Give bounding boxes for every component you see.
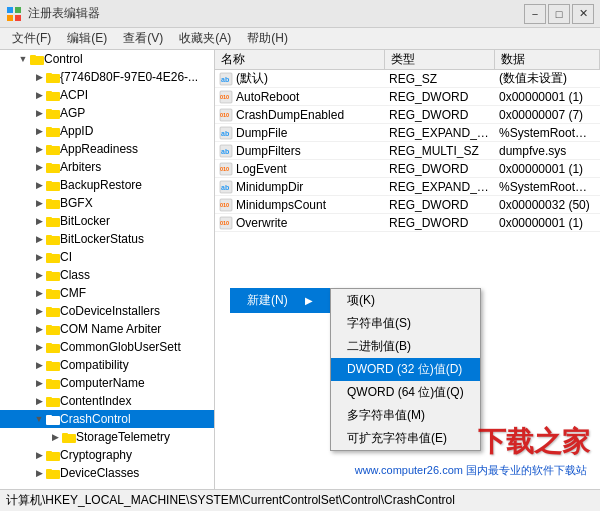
table-row[interactable]: ab (默认) REG_SZ (数值未设置) [215, 70, 600, 88]
expand-control[interactable]: ▼ [16, 52, 30, 66]
folder-icon-bitlocker [46, 215, 60, 227]
table-row[interactable]: 010 CrashDumpEnabled REG_DWORD 0x0000000… [215, 106, 600, 124]
tree-item-cmf[interactable]: ▶ CMF [0, 284, 214, 302]
registry-tree: ▼ Control ▶ {7746D80F-97E0-4E26-... [0, 50, 215, 489]
expand-bgfx[interactable]: ▶ [32, 196, 46, 210]
tree-item-commonglobusersett[interactable]: ▶ CommonGlobUserSett [0, 338, 214, 356]
submenu-item-expandstring[interactable]: 可扩充字符串值(E) [331, 427, 480, 450]
tree-item-computername[interactable]: ▶ ComputerName [0, 374, 214, 392]
table-row[interactable]: 010 Overwrite REG_DWORD 0x00000001 (1) [215, 214, 600, 232]
folder-icon-codeviceinstallers [46, 305, 60, 317]
expand-commonglobusersett[interactable]: ▶ [32, 340, 46, 354]
menu-help[interactable]: 帮助(H) [239, 28, 296, 49]
expand-guid[interactable]: ▶ [32, 70, 46, 84]
expand-acpi[interactable]: ▶ [32, 88, 46, 102]
tree-item-ci[interactable]: ▶ CI [0, 248, 214, 266]
new-submenu: 项(K) 字符串值(S) 二进制值(B) DWORD (32 位)值(D) QW… [330, 288, 481, 451]
submenu-item-string[interactable]: 字符串值(S) [331, 312, 480, 335]
svg-rect-43 [46, 397, 52, 400]
folder-icon-agp [46, 107, 60, 119]
tree-item-agp[interactable]: ▶ AGP [0, 104, 214, 122]
tree-item-crashcontrol[interactable]: ▼ CrashControl [0, 410, 214, 428]
ab-icon-0: ab [219, 72, 233, 86]
tree-item-appid[interactable]: ▶ AppID [0, 122, 214, 140]
maximize-button[interactable]: □ [548, 4, 570, 24]
expand-cryptography[interactable]: ▶ [32, 448, 46, 462]
svg-rect-21 [46, 199, 52, 202]
svg-rect-13 [46, 127, 52, 130]
expand-agp[interactable]: ▶ [32, 106, 46, 120]
expand-arbiters[interactable]: ▶ [32, 160, 46, 174]
submenu-item-key[interactable]: 项(K) [331, 289, 480, 312]
tree-item-storagetelemetry[interactable]: ▶ StorageTelemetry [0, 428, 214, 446]
tree-item-comnamearbiter[interactable]: ▶ COM Name Arbiter [0, 320, 214, 338]
tree-item-contentindex[interactable]: ▶ ContentIndex [0, 392, 214, 410]
table-row[interactable]: ab MinidumpDir REG_EXPAND_SZ %SystemRoot… [215, 178, 600, 196]
tree-item-bitlocker[interactable]: ▶ BitLocker [0, 212, 214, 230]
expand-deviceclasses[interactable]: ▶ [32, 466, 46, 480]
cell-name-5: 010 LogEvent [215, 161, 385, 177]
col-header-type[interactable]: 类型 [385, 50, 495, 69]
window-controls: − □ ✕ [524, 4, 594, 24]
tree-item-codeviceinstallers[interactable]: ▶ CoDeviceInstallers [0, 302, 214, 320]
table-row[interactable]: 010 MinidumpsCount REG_DWORD 0x00000032 … [215, 196, 600, 214]
cell-type-5: REG_DWORD [385, 161, 495, 177]
status-bar: 计算机\HKEY_LOCAL_MACHINE\SYSTEM\CurrentCon… [0, 489, 600, 511]
menu-favorites[interactable]: 收藏夹(A) [171, 28, 239, 49]
table-row[interactable]: 010 LogEvent REG_DWORD 0x00000001 (1) [215, 160, 600, 178]
expand-compatibility[interactable]: ▶ [32, 358, 46, 372]
submenu-item-binary[interactable]: 二进制值(B) [331, 335, 480, 358]
expand-bitlockerstatus[interactable]: ▶ [32, 232, 46, 246]
menu-file[interactable]: 文件(F) [4, 28, 59, 49]
expand-comnamearbiter[interactable]: ▶ [32, 322, 46, 336]
close-button[interactable]: ✕ [572, 4, 594, 24]
cell-type-1: REG_DWORD [385, 89, 495, 105]
expand-cmf[interactable]: ▶ [32, 286, 46, 300]
tree-label-class: Class [60, 268, 90, 282]
expand-bitlocker[interactable]: ▶ [32, 214, 46, 228]
expand-crashcontrol[interactable]: ▼ [32, 412, 46, 426]
expand-contentindex[interactable]: ▶ [32, 394, 46, 408]
tree-scroll-area[interactable]: ▼ Control ▶ {7746D80F-97E0-4E26-... [0, 50, 214, 489]
tree-item-acpi[interactable]: ▶ ACPI [0, 86, 214, 104]
submenu-item-dword32[interactable]: DWORD (32 位)值(D) [331, 358, 480, 381]
tree-label-cryptography: Cryptography [60, 448, 132, 462]
col-header-data[interactable]: 数据 [495, 50, 600, 69]
expand-computername[interactable]: ▶ [32, 376, 46, 390]
expand-codeviceinstallers[interactable]: ▶ [32, 304, 46, 318]
minimize-button[interactable]: − [524, 4, 546, 24]
table-row[interactable]: ab DumpFilters REG_MULTI_SZ dumpfve.sys [215, 142, 600, 160]
expand-appid[interactable]: ▶ [32, 124, 46, 138]
col-header-name[interactable]: 名称 [215, 50, 385, 69]
svg-rect-25 [46, 235, 52, 238]
folder-icon-ci [46, 251, 60, 263]
tree-item-control[interactable]: ▼ Control [0, 50, 214, 68]
menu-view[interactable]: 查看(V) [115, 28, 171, 49]
new-menu-trigger[interactable]: 新建(N) ▶ [230, 288, 330, 313]
tree-item-backuprestore[interactable]: ▶ BackupRestore [0, 176, 214, 194]
tree-item-compatibility[interactable]: ▶ Compatibility [0, 356, 214, 374]
tree-label-arbiters: Arbiters [60, 160, 101, 174]
expand-class[interactable]: ▶ [32, 268, 46, 282]
tree-label-agp: AGP [60, 106, 85, 120]
svg-text:ab: ab [221, 76, 229, 83]
submenu-item-multistring[interactable]: 多字符串值(M) [331, 404, 480, 427]
menu-edit[interactable]: 编辑(E) [59, 28, 115, 49]
expand-appreadiness[interactable]: ▶ [32, 142, 46, 156]
expand-ci[interactable]: ▶ [32, 250, 46, 264]
svg-rect-23 [46, 217, 52, 220]
cell-name-0: ab (默认) [215, 70, 385, 88]
tree-item-bitlockerstatus[interactable]: ▶ BitLockerStatus [0, 230, 214, 248]
tree-item-class[interactable]: ▶ Class [0, 266, 214, 284]
table-row[interactable]: ab DumpFile REG_EXPAND_SZ %SystemRoot%\M… [215, 124, 600, 142]
table-row[interactable]: 010 AutoReboot REG_DWORD 0x00000001 (1) [215, 88, 600, 106]
tree-item-arbiters[interactable]: ▶ Arbiters [0, 158, 214, 176]
expand-storagetelemetry[interactable]: ▶ [48, 430, 62, 444]
expand-backuprestore[interactable]: ▶ [32, 178, 46, 192]
tree-item-deviceclasses[interactable]: ▶ DeviceClasses [0, 464, 214, 482]
tree-item-guid[interactable]: ▶ {7746D80F-97E0-4E26-... [0, 68, 214, 86]
tree-item-appreadiness[interactable]: ▶ AppReadiness [0, 140, 214, 158]
tree-item-bgfx[interactable]: ▶ BGFX [0, 194, 214, 212]
submenu-item-qword64[interactable]: QWORD (64 位)值(Q) [331, 381, 480, 404]
tree-item-cryptography[interactable]: ▶ Cryptography [0, 446, 214, 464]
